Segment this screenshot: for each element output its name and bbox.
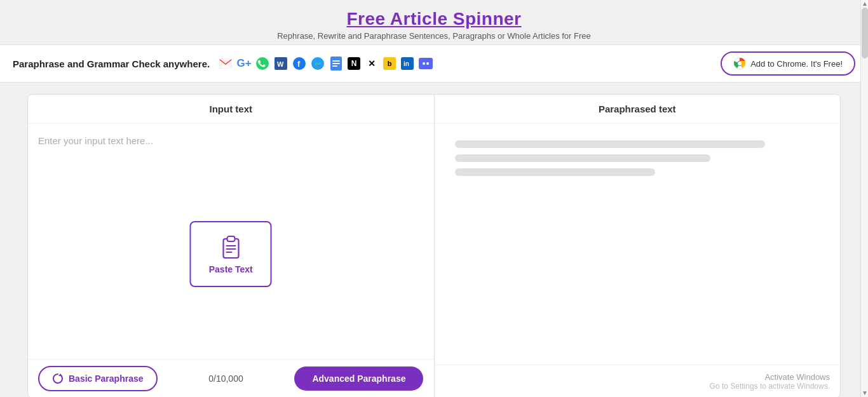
svg-rect-24 — [226, 252, 232, 253]
svg-point-15 — [423, 62, 425, 65]
left-panel-bottom-bar: Basic Paraphrase 0/10,000 Advanced Parap… — [28, 359, 434, 397]
linkedin-icon[interactable]: in — [400, 57, 414, 71]
activate-windows-sub-text: Go to Settings to activate Windows. — [710, 382, 830, 391]
svg-rect-10 — [332, 63, 340, 64]
page-header: Free Article Spinner Rephrase, Rewrite a… — [0, 0, 868, 44]
facebook-icon[interactable]: f — [292, 57, 306, 71]
advanced-paraphrase-label: Advanced Paraphrase — [312, 373, 405, 384]
svg-rect-9 — [332, 60, 340, 62]
toolbar-left: Paraphrase and Grammar Check anywhere. G… — [13, 57, 433, 71]
scrollbar[interactable]: ▲ ▼ — [860, 0, 868, 397]
svg-point-16 — [426, 62, 429, 65]
grammarly-icon[interactable]: G+ — [237, 57, 251, 71]
add-chrome-label: Add to Chrome. It's Free! — [750, 59, 843, 69]
twitter-icon[interactable]: 🐦 — [311, 57, 325, 71]
input-panel-header: Input text — [28, 95, 434, 124]
right-panel: Paraphrased text Activate Windows Go to … — [435, 95, 841, 397]
scrollbar-down-arrow[interactable]: ▼ — [861, 389, 868, 397]
basic-paraphrase-icon — [52, 373, 64, 384]
chrome-icon — [733, 57, 746, 70]
bookmark-icon[interactable]: b — [383, 57, 396, 70]
main-container: Input text Enter your input text here... — [27, 94, 841, 397]
skeleton-line-1 — [455, 140, 765, 148]
svg-point-19 — [738, 62, 742, 65]
discord-icon[interactable] — [419, 57, 433, 71]
panels: Input text Enter your input text here... — [28, 95, 840, 397]
add-chrome-button[interactable]: Add to Chrome. It's Free! — [721, 51, 855, 76]
right-panel-bottom: Activate Windows Go to Settings to activ… — [435, 365, 841, 397]
left-panel: Input text Enter your input text here... — [28, 95, 435, 397]
x-icon[interactable]: ✕ — [365, 57, 379, 71]
skeleton-line-3 — [455, 168, 656, 176]
svg-rect-14 — [419, 58, 433, 69]
basic-paraphrase-label: Basic Paraphrase — [69, 373, 144, 384]
svg-rect-11 — [332, 65, 337, 67]
input-panel-body: Enter your input text here... Paste Text — [28, 124, 434, 359]
page-title: Free Article Spinner — [0, 9, 868, 29]
toolbar-text: Paraphrase and Grammar Check anywhere. — [13, 58, 210, 69]
paste-button-container: Paste Text — [190, 221, 272, 287]
skeleton-line-2 — [455, 154, 710, 162]
output-panel-body — [435, 124, 841, 365]
input-placeholder[interactable]: Enter your input text here... — [38, 134, 424, 149]
word-icon[interactable]: W — [274, 57, 288, 71]
output-panel-header: Paraphrased text — [435, 95, 841, 124]
char-count: 0/10,000 — [208, 373, 243, 384]
svg-rect-21 — [227, 236, 234, 241]
skeleton-lines — [445, 134, 831, 189]
whatsapp-icon[interactable] — [255, 57, 269, 71]
svg-point-1 — [256, 57, 269, 70]
activate-windows-text: Activate Windows — [764, 372, 830, 382]
svg-rect-22 — [226, 245, 236, 246]
toolbar: Paraphrase and Grammar Check anywhere. G… — [0, 44, 868, 83]
paste-button[interactable]: Paste Text — [190, 221, 272, 287]
svg-marker-25 — [58, 373, 62, 376]
svg-text:W: W — [277, 60, 284, 68]
svg-text:f: f — [297, 59, 301, 69]
svg-rect-23 — [226, 248, 236, 250]
page-subtitle: Rephrase, Rewrite and Paraphrase Sentenc… — [0, 31, 868, 41]
scrollbar-up-arrow[interactable]: ▲ — [861, 0, 868, 8]
toolbar-icons: G+ W f 🐦 N ✕ — [219, 57, 433, 71]
docs-icon[interactable] — [329, 57, 343, 71]
gmail-icon[interactable] — [219, 57, 233, 71]
paste-button-label: Paste Text — [209, 264, 253, 274]
advanced-paraphrase-button[interactable]: Advanced Paraphrase — [294, 367, 423, 391]
scrollbar-thumb[interactable] — [862, 8, 868, 58]
clipboard-icon — [219, 234, 242, 259]
svg-text:in: in — [403, 60, 409, 67]
svg-text:🐦: 🐦 — [314, 60, 322, 68]
basic-paraphrase-button[interactable]: Basic Paraphrase — [38, 366, 158, 391]
notion-icon[interactable]: N — [348, 57, 360, 70]
